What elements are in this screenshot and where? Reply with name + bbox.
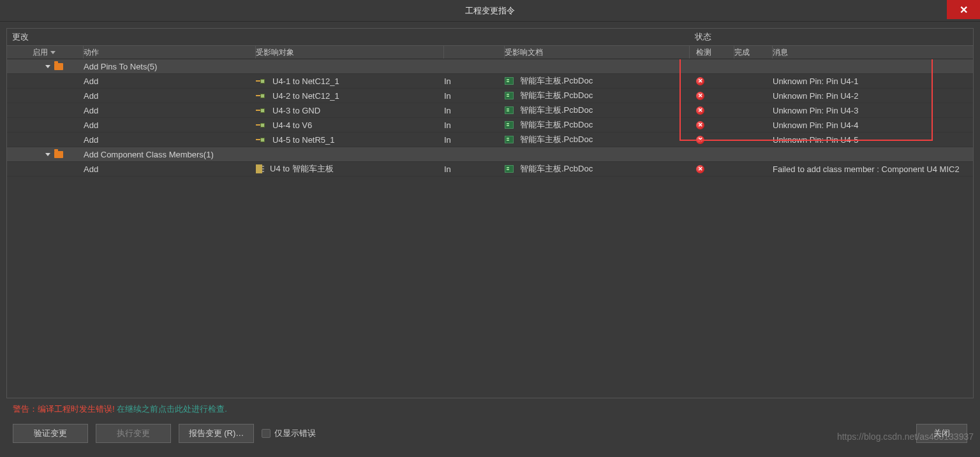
cell-doc: 智能车主板.PcbDoc [520, 90, 593, 101]
col-done[interactable]: 完成 [734, 46, 773, 59]
cell-object: U4 to 智能车主板 [270, 163, 334, 175]
col-check-label: 检测 [696, 47, 711, 58]
col-enable-label: 启用 [33, 47, 48, 58]
cell-msg: Unknown Pin: Pin U4-1 [773, 74, 973, 88]
col-enable[interactable]: 启用 [7, 46, 84, 59]
table-row[interactable]: Add U4-2 to NetC12_1 In 智能车主板.PcbDoc ✕ U… [7, 89, 973, 103]
group-label: Add Pins To Nets(5) [84, 59, 256, 73]
table-row[interactable]: Add U4-3 to GND In 智能车主板.PcbDoc ✕ Unknow… [7, 103, 973, 118]
dialog-content: 更改 状态 启用 动作 受影响对象 受影响文档 检测 完成 消息 [0, 22, 980, 457]
col-doc-label: 受影响文档 [505, 47, 543, 58]
cell-object: U4-1 to NetC12_1 [272, 76, 339, 86]
folder-icon [54, 63, 63, 70]
cell-action: Add [84, 103, 256, 117]
cell-in: In [444, 162, 505, 176]
pin-icon [256, 108, 266, 113]
error-icon: ✕ [696, 77, 704, 85]
pcbdoc-icon [505, 106, 514, 114]
cell-msg: Unknown Pin: Pin U4-3 [773, 103, 973, 117]
cell-msg: Unknown Pin: Pin U4-2 [773, 89, 973, 103]
col-action[interactable]: 动作 [84, 46, 256, 59]
close-button[interactable]: ✕ [947, 0, 980, 19]
table-row[interactable]: Add U4-4 to V6 In 智能车主板.PcbDoc ✕ Unknown… [7, 118, 973, 133]
col-in-spacer [444, 46, 505, 59]
group-row[interactable]: Add Component Class Members(1) [7, 147, 973, 162]
cell-in: In [444, 133, 505, 147]
cell-object: U4-5 to NetR5_1 [272, 135, 335, 145]
folder-icon [54, 151, 63, 158]
titlebar: 工程变更指令 ✕ [0, 0, 980, 22]
col-doc[interactable]: 受影响文档 [505, 46, 690, 59]
warning-link[interactable]: 在继续之前点击此处进行检查. [117, 404, 227, 414]
cell-doc: 智能车主板.PcbDoc [520, 134, 593, 145]
error-icon: ✕ [696, 165, 704, 173]
only-errors-checkbox[interactable] [262, 429, 271, 438]
cell-action: Add [84, 74, 256, 88]
grid-body: Add Pins To Nets(5) Add U4-1 to NetC12_1… [7, 59, 973, 398]
col-msg[interactable]: 消息 [773, 46, 973, 59]
cell-doc: 智能车主板.PcbDoc [520, 105, 593, 116]
cell-in: In [444, 89, 505, 103]
grid-header: 启用 动作 受影响对象 受影响文档 检测 完成 消息 [7, 45, 973, 59]
pcbdoc-icon [505, 77, 514, 85]
report-button[interactable]: 报告变更 (R)… [179, 424, 254, 443]
pcbdoc-icon [505, 121, 514, 129]
col-done-label: 完成 [734, 47, 750, 58]
only-errors-label: 仅显示错误 [274, 428, 316, 439]
cell-action: Add [84, 89, 256, 103]
col-action-label: 动作 [84, 47, 99, 58]
pin-icon [256, 137, 266, 142]
warning-prefix: 警告：编译工程时发生错误! [13, 404, 115, 414]
section-status-label: 状态 [690, 29, 716, 45]
cell-in: In [444, 103, 505, 117]
pcbdoc-icon [505, 165, 514, 173]
cell-msg: Unknown Pin: Pin U4-5 [773, 133, 973, 147]
col-object-label: 受影响对象 [256, 47, 294, 58]
button-bar: 验证变更 执行变更 报告变更 (R)… 仅显示错误 关闭 [6, 420, 974, 451]
table-row[interactable]: Add U4-1 to NetC12_1 In 智能车主板.PcbDoc ✕ U… [7, 74, 973, 89]
group-label: Add Component Class Members(1) [84, 147, 256, 161]
error-icon: ✕ [696, 92, 704, 100]
cell-doc: 智能车主板.PcbDoc [520, 119, 593, 131]
component-icon [256, 164, 262, 173]
cell-msg: Failed to add class member : Component U… [773, 162, 973, 176]
close-icon: ✕ [960, 4, 968, 16]
group-row[interactable]: Add Pins To Nets(5) [7, 59, 973, 74]
cell-action: Add [84, 118, 256, 132]
chevron-down-icon [50, 51, 56, 54]
error-icon: ✕ [696, 136, 704, 144]
cell-doc: 智能车主板.PcbDoc [520, 75, 593, 87]
table-row[interactable]: Add U4-5 to NetR5_1 In 智能车主板.PcbDoc ✕ Un… [7, 133, 973, 147]
cell-in: In [444, 118, 505, 132]
cell-in: In [444, 74, 505, 88]
table-row[interactable]: Add U4 to 智能车主板 In 智能车主板.PcbDoc ✕ Failed… [7, 162, 973, 177]
section-changes-label: 更改 [7, 29, 690, 45]
col-msg-label: 消息 [773, 47, 788, 58]
eco-dialog: 工程变更指令 ✕ 更改 状态 启用 动作 受影响对象 受影响文档 检测 完成 [0, 0, 980, 457]
cell-object: U4-2 to NetC12_1 [272, 91, 339, 101]
cell-doc: 智能车主板.PcbDoc [520, 163, 593, 175]
error-icon: ✕ [696, 121, 704, 129]
pin-icon [256, 78, 266, 83]
close-dialog-button[interactable]: 关闭 [916, 424, 967, 443]
expand-arrow-icon [45, 153, 50, 156]
expand-arrow-icon [45, 65, 50, 68]
pcbdoc-icon [505, 136, 514, 143]
cell-object: U4-3 to GND [272, 106, 320, 115]
changes-panel: 更改 状态 启用 动作 受影响对象 受影响文档 检测 完成 消息 [6, 28, 974, 398]
pin-icon [256, 122, 266, 127]
warning-bar: 警告：编译工程时发生错误! 在继续之前点击此处进行检查. [6, 398, 974, 420]
cell-object: U4-4 to V6 [272, 120, 312, 130]
pcbdoc-icon [505, 92, 514, 99]
dialog-title: 工程变更指令 [465, 5, 515, 17]
pin-icon [256, 93, 266, 98]
col-check[interactable]: 检测 [690, 46, 734, 59]
validate-button[interactable]: 验证变更 [13, 424, 88, 443]
cell-action: Add [84, 162, 256, 176]
execute-button[interactable]: 执行变更 [96, 424, 171, 443]
col-object[interactable]: 受影响对象 [256, 46, 444, 59]
error-icon: ✕ [696, 106, 704, 115]
cell-msg: Unknown Pin: Pin U4-4 [773, 118, 973, 132]
cell-action: Add [84, 133, 256, 147]
only-errors-option[interactable]: 仅显示错误 [262, 428, 316, 439]
